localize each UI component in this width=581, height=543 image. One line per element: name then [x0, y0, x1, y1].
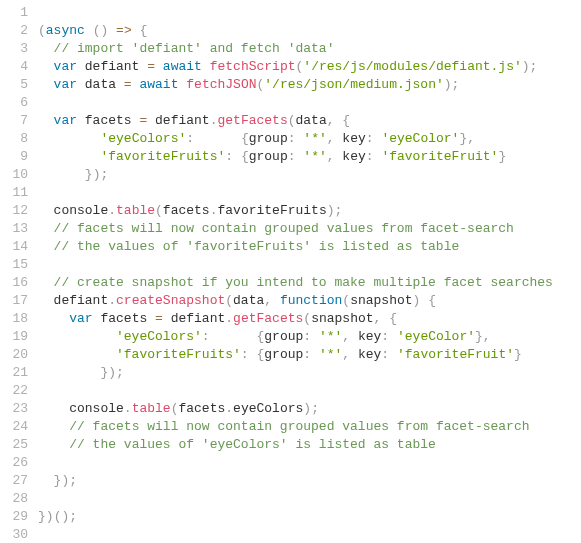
token-pn: :	[303, 329, 311, 344]
line-number: 14	[0, 238, 28, 256]
token-pn: )	[46, 509, 54, 524]
token-pn: ,	[264, 293, 272, 308]
token-kw: async	[46, 23, 85, 38]
code-line: // the values of 'favoriteFruits' is lis…	[38, 238, 581, 256]
token-pn: }	[514, 347, 522, 362]
token-pn: ;	[335, 203, 343, 218]
token-str: 'favoriteFruits'	[116, 347, 241, 362]
token-pn: :	[381, 347, 389, 362]
code-line: // facets will now contain grouped value…	[38, 418, 581, 436]
indentation	[38, 329, 116, 344]
token-str: '/res/js/modules/defiant.js'	[303, 59, 521, 74]
indentation	[38, 311, 69, 326]
token-str: '/res/json/medium.json'	[264, 77, 443, 92]
token-fn: table	[132, 401, 171, 416]
code-line	[38, 490, 581, 508]
token-id: data	[296, 113, 327, 128]
token-id	[311, 329, 319, 344]
indentation	[38, 365, 100, 380]
indentation	[38, 239, 54, 254]
token-id: data	[77, 77, 124, 92]
token-pn: .	[225, 401, 233, 416]
code-line	[38, 184, 581, 202]
token-pn: ;	[69, 509, 77, 524]
token-str: 'favoriteFruit'	[381, 149, 498, 164]
token-id: data	[233, 293, 264, 308]
indentation	[38, 275, 54, 290]
token-id: snapshot	[350, 293, 412, 308]
token-com: // create snapshot if you intend to make…	[54, 275, 553, 290]
line-number: 20	[0, 346, 28, 364]
token-pn: {	[241, 149, 249, 164]
token-pn: )	[522, 59, 530, 74]
token-id: group	[249, 131, 288, 146]
token-pn: {	[140, 23, 148, 38]
token-fn: fetchScript	[210, 59, 296, 74]
token-pn: .	[225, 311, 233, 326]
token-id	[85, 23, 93, 38]
indentation	[38, 437, 69, 452]
line-number: 2	[0, 22, 28, 40]
token-pn: }	[85, 167, 93, 182]
token-id	[210, 329, 257, 344]
indentation	[38, 419, 69, 434]
token-id	[194, 131, 241, 146]
token-str: 'eyeColor'	[381, 131, 459, 146]
code-line: var facets = defiant.getFacets(data, {	[38, 112, 581, 130]
token-pn: ,	[327, 149, 335, 164]
line-number: 3	[0, 40, 28, 58]
token-pn: :	[288, 131, 296, 146]
token-fn: getFacets	[233, 311, 303, 326]
token-id: facets	[77, 113, 139, 128]
token-pn: :	[186, 131, 194, 146]
indentation	[38, 203, 54, 218]
line-number: 27	[0, 472, 28, 490]
token-kw: var	[54, 113, 77, 128]
line-number: 30	[0, 526, 28, 543]
line-number: 8	[0, 130, 28, 148]
token-id: defiant	[147, 113, 209, 128]
token-op: =	[155, 311, 163, 326]
token-str: '*'	[303, 131, 326, 146]
code-line: 'favoriteFruits': {group: '*', key: 'fav…	[38, 148, 581, 166]
token-str: 'eyeColor'	[397, 329, 475, 344]
token-id: facets	[163, 203, 210, 218]
line-number: 7	[0, 112, 28, 130]
token-str: 'favoriteFruits'	[100, 149, 225, 164]
token-pn: :	[202, 329, 210, 344]
token-id	[389, 329, 397, 344]
token-op: =>	[116, 23, 132, 38]
token-str: 'eyeColors'	[100, 131, 186, 146]
line-number: 10	[0, 166, 28, 184]
token-pn: ,	[327, 113, 335, 128]
token-str: '*'	[303, 149, 326, 164]
token-pn: (	[38, 23, 46, 38]
token-pn: (	[342, 293, 350, 308]
code-line	[38, 256, 581, 274]
line-number: 26	[0, 454, 28, 472]
token-pn: {	[389, 311, 397, 326]
code-line: 'eyeColors': {group: '*', key: 'eyeColor…	[38, 130, 581, 148]
indentation	[38, 149, 100, 164]
token-id: facets	[93, 311, 155, 326]
indentation	[38, 77, 54, 92]
token-fn: table	[116, 203, 155, 218]
code-line: (async () => {	[38, 22, 581, 40]
token-str: '*'	[319, 329, 342, 344]
line-number: 19	[0, 328, 28, 346]
token-op: =	[147, 59, 155, 74]
code-line: })();	[38, 508, 581, 526]
token-id	[272, 293, 280, 308]
token-id	[311, 347, 319, 362]
token-pn: :	[381, 329, 389, 344]
code-line: var defiant = await fetchScript('/res/js…	[38, 58, 581, 76]
code-line: // create snapshot if you intend to make…	[38, 274, 581, 292]
token-id: defiant	[54, 293, 109, 308]
token-id: group	[264, 329, 303, 344]
token-pn: }	[475, 329, 483, 344]
indentation	[38, 401, 69, 416]
code-line: // facets will now contain grouped value…	[38, 220, 581, 238]
token-pn: (	[303, 311, 311, 326]
token-fn: getFacets	[217, 113, 287, 128]
token-id: snapshot	[311, 311, 373, 326]
